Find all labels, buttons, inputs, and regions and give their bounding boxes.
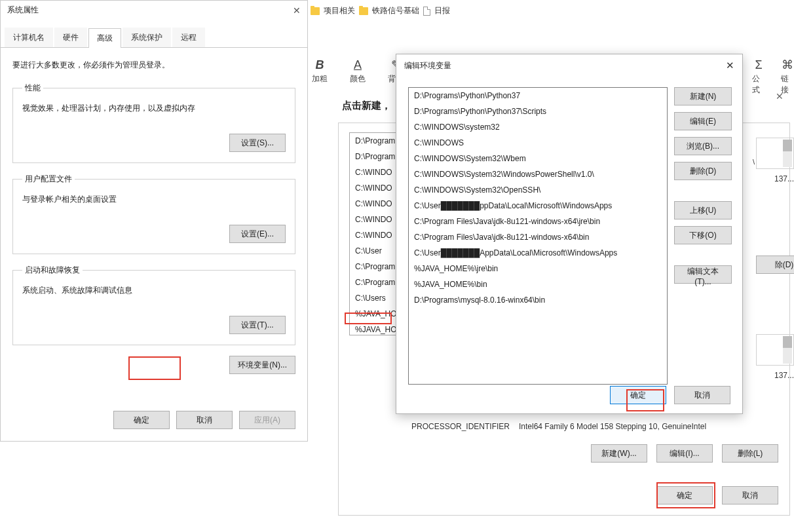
link-icon: ⌘ (782, 58, 793, 72)
env-key: PROCESSOR_IDENTIFIER (411, 422, 519, 431)
dialog-title: 编辑环境变量 (404, 60, 451, 71)
path-entry[interactable]: D:\Programs\Python\Python37\Scripts (409, 104, 667, 119)
list-action-buttons: 新建(N) 编辑(E) 浏览(B)... 删除(D) 上移(U) 下移(O) 编… (674, 87, 732, 290)
breadcrumb-item[interactable]: 铁路信号基础 (372, 5, 419, 16)
tab-1[interactable]: 硬件 (54, 28, 87, 47)
env-dialog-buttons: 确定 取消 (656, 486, 778, 504)
tab-2[interactable]: 高级 (88, 28, 121, 48)
path-entry[interactable]: C:\WINDOWS\System32\WindowsPowerShell\v1… (409, 166, 667, 182)
tool-label: 公式 (752, 73, 765, 96)
tool-label: 颜色 (350, 73, 366, 85)
edit-button[interactable]: 编辑(I)... (656, 444, 713, 463)
group-description: 系统启动、系统故障和调试信息 (22, 285, 286, 296)
format-toolbar-right: Σ 公式 ⌘ 链接 (752, 58, 794, 96)
admin-note: 要进行大多数更改，你必须作为管理员登录。 (12, 60, 295, 71)
path-entry[interactable]: %JAVA_HOME%\bin (409, 276, 667, 292)
system-properties-window: 系统属性 ✕ 计算机名硬件高级系统保护远程 要进行大多数更改，你必须作为管理员登… (0, 0, 308, 442)
folder-icon (359, 7, 368, 15)
settings-button[interactable]: 设置(E)... (229, 225, 286, 243)
instruction-text: 点击新建， (342, 100, 391, 112)
breadcrumb: 项目相关 铁路信号基础 日报 (311, 5, 450, 16)
breadcrumb-item[interactable]: 项目相关 (324, 5, 355, 16)
ok-button[interactable]: 确定 (113, 411, 170, 429)
path-entry[interactable]: C:\Program Files\Java\jdk-8u121-windows-… (409, 229, 667, 245)
partial-panel-right: \ 137... 除(D) 137... (756, 138, 794, 390)
path-entry[interactable]: C:\User███████ppData\Local\Microsoft\Win… (409, 198, 667, 214)
delete-button[interactable]: 删除(L) (722, 444, 778, 463)
color-tool[interactable]: A 颜色 (350, 58, 366, 85)
new-button[interactable]: 新建(W)... (591, 444, 647, 463)
tab-bar: 计算机名硬件高级系统保护远程 (1, 28, 307, 48)
startup-recovery-group: 启动和故障恢复 系统启动、系统故障和调试信息 设置(T)... (12, 265, 295, 345)
file-icon (423, 7, 430, 16)
fragment-text: 137... (756, 174, 794, 183)
delete-button-fragment[interactable]: 除(D) (756, 256, 794, 274)
cancel-button[interactable]: 取消 (722, 486, 778, 504)
environment-variables-button[interactable]: 环境变量(N)... (229, 356, 295, 374)
move-down-button[interactable]: 下移(O) (674, 226, 732, 244)
edit-text-button[interactable]: 编辑文本(T)... (674, 265, 732, 284)
group-legend: 性能 (22, 83, 43, 94)
group-legend: 用户配置文件 (22, 174, 75, 185)
format-toolbar: B 加粗 A 颜色 ✎ 背景 (312, 58, 404, 85)
edit-environment-variable-dialog: 编辑环境变量 ✕ D:\Programs\Python\Python37D:\P… (396, 54, 743, 414)
group-description: 与登录帐户相关的桌面设置 (22, 194, 286, 205)
color-icon: A (354, 58, 362, 72)
new-button[interactable]: 新建(N) (674, 87, 732, 105)
close-icon[interactable]: ✕ (776, 91, 784, 102)
close-icon[interactable]: ✕ (726, 60, 734, 71)
edit-button[interactable]: 编辑(E) (674, 112, 732, 130)
path-entry[interactable]: D:\Programs\Python\Python37 (409, 88, 667, 104)
ok-button[interactable]: 确定 (610, 386, 666, 404)
group-description: 视觉效果，处理器计划，内存使用，以及虚拟内存 (22, 103, 286, 114)
path-entry[interactable]: C:\WINDOWS\system32 (409, 119, 667, 135)
bold-icon: B (316, 58, 324, 72)
folder-icon (311, 7, 320, 15)
tool-label: 加粗 (312, 73, 328, 85)
path-entry[interactable]: C:\User███████AppData\Local\Microsoft\Wi… (409, 245, 667, 261)
move-up-button[interactable]: 上移(U) (674, 201, 732, 219)
env-value: Intel64 Family 6 Model 158 Stepping 10, … (519, 422, 706, 431)
fragment-text: \ (753, 158, 755, 166)
env-bottom-buttons: 新建(W)... 编辑(I)... 删除(L) (591, 444, 778, 463)
path-entry[interactable]: C:\WINDOWS\System32\Wbem (409, 151, 667, 166)
cancel-button[interactable]: 取消 (176, 411, 233, 429)
user-profile-group: 用户配置文件 与登录帐户相关的桌面设置 设置(E)... (12, 174, 295, 254)
settings-button[interactable]: 设置(S)... (229, 134, 286, 152)
path-entries-list[interactable]: D:\Programs\Python\Python37D:\Programs\P… (408, 87, 668, 385)
path-entry[interactable]: C:\WINDOWS\System32\OpenSSH\ (409, 182, 667, 198)
performance-group: 性能 视觉效果，处理器计划，内存使用，以及虚拟内存 设置(S)... (12, 83, 295, 163)
bold-tool[interactable]: B 加粗 (312, 58, 328, 85)
cancel-button[interactable]: 取消 (674, 386, 730, 404)
settings-button[interactable]: 设置(T)... (229, 316, 286, 334)
path-entry[interactable]: D:\Programs\mysql-8.0.16-winx64\bin (409, 292, 667, 308)
window-title: 系统属性 (7, 5, 39, 16)
delete-button[interactable]: 删除(D) (674, 162, 732, 180)
tab-3[interactable]: 系统保护 (123, 28, 171, 47)
path-entry[interactable]: C:\Program Files\Java\jdk-8u121-windows-… (409, 214, 667, 229)
breadcrumb-item[interactable]: 日报 (434, 5, 450, 16)
browse-button[interactable]: 浏览(B)... (674, 137, 732, 155)
apply-button: 应用(A) (239, 411, 295, 429)
processor-row: PROCESSOR_IDENTIFIER Intel64 Family 6 Mo… (411, 422, 765, 431)
link-tool[interactable]: ⌘ 链接 (781, 58, 794, 96)
group-legend: 启动和故障恢复 (22, 265, 83, 276)
close-icon[interactable]: ✕ (293, 5, 301, 16)
path-entry[interactable]: C:\WINDOWS (409, 135, 667, 151)
formula-tool[interactable]: Σ 公式 (752, 58, 765, 96)
tab-0[interactable]: 计算机名 (5, 28, 53, 47)
sigma-icon: Σ (755, 58, 762, 72)
ok-button[interactable]: 确定 (656, 486, 713, 504)
tab-4[interactable]: 远程 (172, 28, 205, 47)
path-entry[interactable]: %JAVA_HOME%\jre\bin (409, 261, 667, 276)
fragment-text: 137... (756, 371, 794, 380)
